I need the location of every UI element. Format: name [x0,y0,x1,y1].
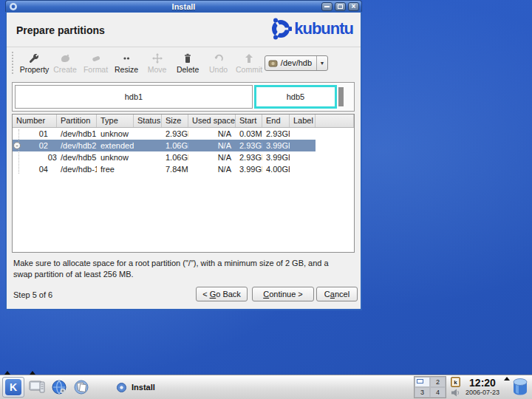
cell-number: 03 [24,153,57,162]
taskbar: K [0,375,532,399]
toolbar-button-resize[interactable]: Resize [111,52,142,74]
cell-end: 3.99GB [262,153,290,162]
move-icon [151,52,163,64]
toolbar-handle[interactable] [11,51,15,75]
column-header-filler [316,115,354,127]
cell-end: 2.93GB [262,129,290,138]
kmenu-button[interactable]: K [2,377,24,398]
continue-button[interactable]: Continue > [252,287,314,301]
note-text: Make sure to allocate space for a root p… [13,258,347,280]
toolbar-button-undo[interactable]: Undo [203,52,234,74]
toolbar-button-move[interactable]: Move [142,52,173,74]
pager-desktop-3[interactable]: 3 [415,387,430,398]
help-center-button[interactable] [72,378,91,397]
cell-start: 2.93GB [236,153,262,162]
cancel-button[interactable]: Cancel [316,287,358,301]
table-row[interactable]: 01 /dev/hdb1 unknow 2.93GB N/A 0.03MB 2.… [13,128,316,140]
column-header[interactable]: Partition [57,115,97,127]
device-select[interactable]: /dev/hdb ▼ [265,55,328,71]
cell-type: free [97,165,134,174]
globe-icon [51,379,67,395]
chevron-down-icon[interactable]: ▼ [316,56,327,70]
clock-time: 12:20 [466,378,499,389]
column-header[interactable]: Start [236,115,262,127]
go-back-button[interactable]: < Go Back [196,287,248,301]
toolbar-button-format[interactable]: Format [81,52,112,74]
kde-logo-icon: K [5,379,21,395]
device-popup-indicator [504,377,510,381]
close-button[interactable]: × [348,2,359,11]
desktop: Install × Prepare partitions [0,0,532,399]
create-icon [59,52,71,64]
pager-desktop-1[interactable] [415,377,430,387]
minimize-button[interactable] [321,2,332,11]
cell-partition: /dev/hdb-1 [57,165,97,174]
volume-icon[interactable] [451,388,461,398]
documents-icon [73,379,89,395]
toolbar-button-property[interactable]: Property [19,52,50,74]
table-body: 01 /dev/hdb1 unknow 2.93GB N/A 0.03MB 2.… [13,128,354,175]
cell-number: 01 [24,129,57,138]
column-header[interactable]: Type [97,115,134,127]
table-row-selected[interactable]: - 02 /dev/hdb2 extended 1.06GB N/A 2.93G… [13,140,316,151]
clock[interactable]: 12:20 2006-07-23 [466,378,499,396]
column-header[interactable]: Status [134,115,162,127]
partition-segment-label: hdb5 [287,92,304,101]
klipper-icon[interactable]: k [451,377,460,387]
window-icon [9,2,18,11]
toolbar-button-delete[interactable]: Delete [172,52,203,74]
cell-end: 4.00GB [262,165,290,174]
cell-partition: /dev/hdb2 [57,141,97,150]
cell-number: 04 [24,165,57,174]
column-header[interactable]: Label [290,115,316,127]
cell-partition: /dev/hdb1 [57,129,97,138]
cell-used-space: N/A [188,153,236,162]
resize-icon [120,52,132,64]
cell-end: 3.99GB [262,141,290,150]
pager-desktop-4[interactable]: 4 [430,387,446,398]
column-header[interactable]: Size [162,115,188,127]
pager-desktop-2[interactable]: 2 [430,377,446,387]
system-menu-button[interactable] [27,378,47,397]
konqueror-button[interactable] [50,378,69,397]
cell-type: extended [97,141,134,150]
undo-icon [213,52,225,64]
partition-table: Number Partition Type Status Size Used s… [12,114,355,253]
titlebar[interactable]: Install × [5,0,362,12]
column-header[interactable]: Used space [188,115,236,127]
kubuntu-logo-text: kubuntu [294,19,353,38]
minimize-icon [324,6,330,7]
toolbar-label: Format [83,65,108,74]
table-row[interactable]: 04 /dev/hdb-1 free 7.84MB N/A 3.99GB 4.0… [13,163,316,175]
partition-segment-free[interactable] [338,87,344,106]
page-title: Prepare partitions [16,24,105,36]
cell-number: 02 [24,141,57,150]
partition-bar: hdb1 hdb5 [12,82,355,112]
cell-start: 0.03MB [236,129,262,138]
partition-segment-hdb5[interactable]: hdb5 [254,85,337,109]
toolbar-label: Resize [115,65,138,74]
install-task-icon [116,382,127,393]
maximize-button[interactable] [335,2,346,11]
kmenu-popup-indicator [4,371,10,375]
cell-size: 1.06GB [162,141,188,150]
wrench-icon [28,52,40,64]
toolbar-button-create[interactable]: Create [50,52,81,74]
collapse-icon[interactable]: - [13,142,21,149]
toolbar-label: Undo [209,65,228,74]
column-header[interactable]: Number [13,115,57,127]
table-row[interactable]: 03 /dev/hdb5 unknow 1.06GB N/A 2.93GB 3.… [13,151,316,163]
cell-used-space: N/A [188,129,236,138]
pager-window-thumbnail [417,379,423,383]
close-icon: × [352,3,356,10]
kubuntu-logo: kubuntu [268,17,353,41]
device-icon[interactable] [511,377,529,398]
launcher-popup-indicator [30,371,35,375]
task-label: Install [132,383,155,392]
partition-segment-hdb1[interactable]: hdb1 [15,85,253,109]
column-header[interactable]: End [262,115,290,127]
toolbar-button-commit[interactable]: Commit [233,52,265,74]
toolbar-label: Move [148,65,167,74]
taskbar-task-install[interactable]: Install [110,381,161,395]
window-title: Install [172,2,196,11]
